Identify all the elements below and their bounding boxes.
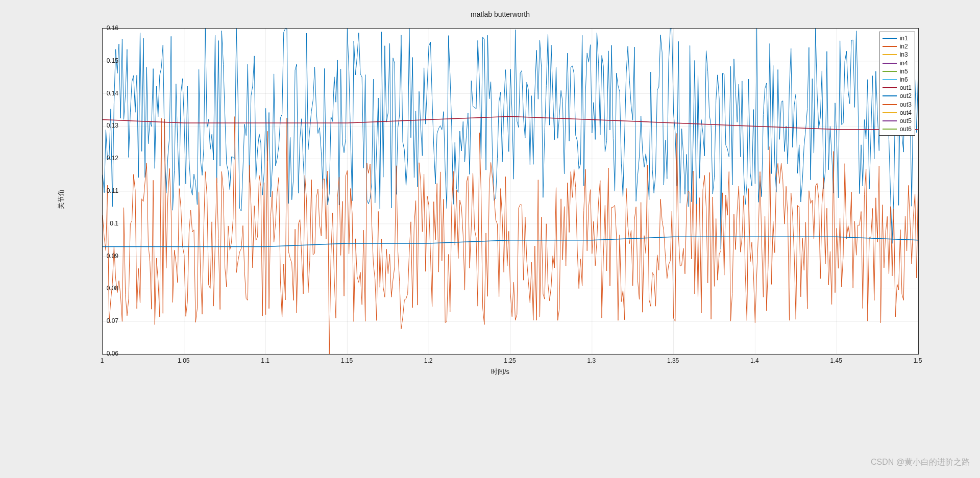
legend-item: in2	[883, 42, 912, 51]
legend-swatch	[883, 38, 897, 39]
legend-swatch	[883, 63, 897, 64]
y-axis-label: 关节角	[57, 189, 66, 209]
legend-label: in1	[900, 34, 908, 42]
legend-swatch	[883, 129, 897, 130]
x-axis-label: 时间/s	[61, 367, 939, 376]
legend-label: in6	[900, 76, 908, 84]
legend-item: out6	[883, 125, 912, 133]
plot-svg	[103, 29, 918, 354]
x-tick: 1.2	[424, 357, 433, 364]
legend-label: in3	[900, 51, 908, 59]
x-tick: 1.1	[261, 357, 270, 364]
x-tick: 1.45	[830, 357, 842, 364]
legend-swatch	[883, 104, 897, 105]
x-tick: 1	[101, 357, 104, 364]
legend-item: out5	[883, 117, 912, 125]
legend-label: in4	[900, 59, 908, 67]
y-tick: 0.16	[88, 24, 118, 32]
legend-swatch	[883, 120, 897, 121]
legend-swatch	[883, 79, 897, 80]
legend-label: out4	[900, 109, 912, 117]
legend-label: in5	[900, 67, 908, 76]
legend-item: out4	[883, 109, 912, 117]
legend-swatch	[883, 46, 897, 47]
legend-item: in6	[883, 76, 912, 84]
legend-item: out3	[883, 100, 912, 109]
legend-item: in1	[883, 34, 912, 42]
legend-label: out1	[900, 84, 912, 92]
legend-item: in5	[883, 67, 912, 76]
x-tick: 1.35	[667, 357, 679, 364]
y-tick: 0.11	[88, 187, 118, 194]
y-tick: 0.1	[88, 220, 118, 227]
x-tick: 1.05	[178, 357, 189, 364]
y-tick: 0.09	[88, 253, 118, 260]
legend-swatch	[883, 112, 897, 113]
x-tick: 1.4	[750, 357, 759, 364]
plot-area: in1in2in3in4in5in6out1out2out3out4out5ou…	[102, 28, 919, 355]
x-tick: 1.15	[341, 357, 353, 364]
legend-swatch	[883, 71, 897, 72]
y-tick: 0.06	[88, 350, 118, 357]
y-tick: 0.08	[88, 285, 118, 292]
chart-figure: matlab butterworth in1in2in3in4in5in6out…	[61, 10, 939, 408]
legend-label: out5	[900, 117, 912, 125]
legend-label: out6	[900, 125, 912, 133]
legend-label: out3	[900, 100, 912, 109]
legend-item: out2	[883, 92, 912, 100]
x-tick: 1.25	[504, 357, 516, 364]
x-tick: 1.3	[587, 357, 596, 364]
legend-item: in3	[883, 51, 912, 59]
legend-box: in1in2in3in4in5in6out1out2out3out4out5ou…	[879, 32, 915, 136]
legend-swatch	[883, 54, 897, 55]
legend-swatch	[883, 95, 897, 96]
y-tick: 0.13	[88, 122, 118, 129]
y-tick: 0.14	[88, 90, 118, 97]
legend-label: out2	[900, 92, 912, 100]
x-tick: 1.5	[914, 357, 922, 364]
y-tick: 0.15	[88, 57, 118, 64]
legend-label: in2	[900, 42, 908, 51]
y-tick: 0.12	[88, 155, 118, 162]
legend-item: out1	[883, 84, 912, 92]
legend-item: in4	[883, 59, 912, 67]
legend-swatch	[883, 87, 897, 88]
chart-title: matlab butterworth	[61, 10, 939, 18]
csdn-watermark: CSDN @黄小白的进阶之路	[871, 457, 970, 468]
y-tick: 0.07	[88, 317, 118, 324]
